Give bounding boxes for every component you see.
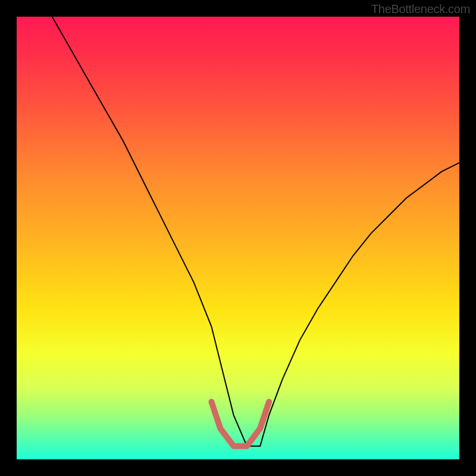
watermark-label: TheBottleneck.com <box>371 2 470 16</box>
plot-area <box>17 17 459 459</box>
gradient-background <box>17 17 459 459</box>
frame: TheBottleneck.com <box>0 0 476 476</box>
